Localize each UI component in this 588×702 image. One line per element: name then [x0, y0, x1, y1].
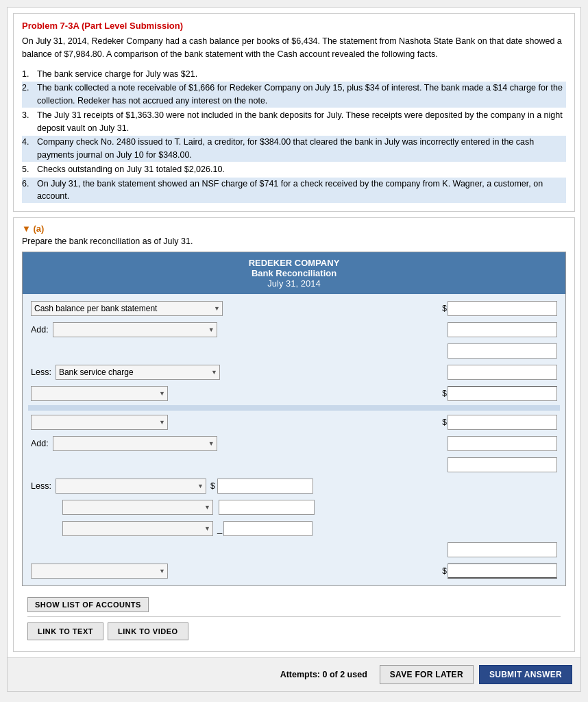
link-to-video-button[interactable]: LINK TO VIDEO	[108, 622, 188, 640]
less-dropdown-s2-3[interactable]	[62, 521, 213, 536]
link-row: LINK TO TEXT LINK TO VIDEO	[27, 616, 561, 640]
subtotal-dollar-1: $	[442, 389, 447, 398]
add-input-s2[interactable]	[448, 436, 557, 451]
section2-balance-input[interactable]	[448, 415, 557, 430]
less-dropdown-wrapper-s2-3[interactable]	[62, 521, 213, 536]
footer-bar: Attempts: 0 of 2 used SAVE FOR LATER SUB…	[8, 657, 580, 691]
fact-3: 3. The July 31 receipts of $1,363.30 wer…	[22, 109, 566, 135]
cash-balance-dropdown-wrapper[interactable]: Cash balance per bank statement	[31, 301, 223, 316]
less-dropdown-wrapper-s2-2[interactable]	[62, 500, 213, 515]
add-row-s2-2	[28, 455, 560, 474]
fact-1: 1. The bank service charge for July was …	[22, 68, 566, 81]
less-label-1: Less:	[31, 367, 51, 377]
cash-balance-input[interactable]	[448, 301, 557, 316]
subtotal-row-1: $	[28, 384, 560, 403]
final-row: $	[28, 561, 560, 581]
recon-title: Bank Reconciliation	[25, 268, 563, 278]
recon-header: REDEKER COMPANY Bank Reconciliation July…	[23, 252, 565, 294]
less-row-s2-1: Less: $	[28, 476, 560, 496]
bottom-buttons: SHOW LIST OF ACCOUNTS LINK TO TEXT LINK …	[27, 592, 561, 640]
add-input-s2-2[interactable]	[448, 457, 557, 472]
less-input-1[interactable]	[448, 365, 557, 380]
section-a-header: ▼ (a)	[22, 223, 566, 234]
section-a: ▼ (a) Prepare the bank reconciliation as…	[13, 217, 575, 652]
subtotal-dropdown-1[interactable]	[31, 386, 168, 401]
fact-4: 4. Company check No. 2480 issued to T. L…	[22, 136, 566, 162]
section2-balance-dropdown[interactable]	[31, 415, 168, 430]
reconciliation-table: REDEKER COMPANY Bank Reconciliation July…	[22, 252, 566, 586]
submit-answer-button[interactable]: SUBMIT ANSWER	[479, 665, 572, 684]
less-label-s2: Less:	[31, 481, 51, 491]
add-row-s2: Add:	[28, 434, 560, 453]
save-for-later-button[interactable]: SAVE FOR LATER	[380, 665, 474, 684]
final-dropdown-wrapper[interactable]	[31, 564, 168, 579]
fact-5: 5. Checks outstanding on July 31 totaled…	[22, 163, 566, 176]
section2-balance-dropdown-wrapper[interactable]	[31, 415, 168, 430]
recon-company: REDEKER COMPANY	[25, 258, 563, 268]
problem-description: On July 31, 2014, Redeker Company had a …	[22, 35, 566, 61]
link-to-text-button[interactable]: LINK TO TEXT	[27, 622, 103, 640]
fact-2: 2. The bank collected a note receivable …	[22, 82, 566, 108]
add-dropdown-wrapper-1[interactable]	[53, 322, 217, 337]
add-label-s2: Add:	[31, 439, 49, 448]
add-label-1: Add:	[31, 325, 49, 335]
problem-header: Problem 7-3A (Part Level Submission) On …	[13, 13, 575, 212]
subtotal-input-1[interactable]	[448, 386, 557, 401]
section2-balance-row: $	[28, 413, 560, 432]
add-dropdown-wrapper-s2[interactable]	[53, 436, 217, 451]
less-row-s2-3: _	[28, 519, 560, 538]
less-input-s2-3[interactable]	[223, 521, 313, 536]
less-row-1: Less: Bank service charge	[28, 363, 560, 382]
final-dollar: $	[442, 566, 447, 576]
add-row-1: Add:	[28, 320, 560, 339]
less-row-s2-2	[28, 498, 560, 517]
less-dollar-s2-1: $	[210, 481, 215, 491]
section-divider	[28, 405, 560, 411]
show-accounts-button[interactable]: SHOW LIST OF ACCOUNTS	[27, 597, 149, 612]
cash-balance-row: Cash balance per bank statement $	[28, 299, 560, 318]
show-accounts-wrapper: SHOW LIST OF ACCOUNTS	[27, 597, 561, 612]
recon-body: Cash balance per bank statement $ Add:	[23, 294, 565, 585]
cash-balance-dropdown[interactable]: Cash balance per bank statement	[31, 301, 223, 316]
problem-title: Problem 7-3A (Part Level Submission)	[22, 21, 566, 31]
add-row-2	[28, 341, 560, 361]
less-input-s2-1[interactable]	[217, 479, 313, 494]
less-dropdown-wrapper-1[interactable]: Bank service charge	[56, 365, 220, 380]
add-input-2[interactable]	[448, 343, 557, 359]
recon-date: July 31, 2014	[25, 278, 563, 289]
final-input[interactable]	[448, 564, 557, 579]
add-dropdown-1[interactable]	[53, 322, 217, 337]
less-dropdown-s2-1[interactable]	[56, 479, 206, 494]
less-dropdown-s2-2[interactable]	[62, 500, 213, 515]
facts-list: 1. The bank service charge for July was …	[22, 68, 566, 204]
pre-total-input[interactable]	[448, 542, 557, 557]
add-input-1[interactable]	[448, 322, 557, 337]
subtotal-dropdown-wrapper-1[interactable]	[31, 386, 168, 401]
less-dropdown-1[interactable]: Bank service charge	[56, 365, 220, 380]
section-a-description: Prepare the bank reconciliation as of Ju…	[22, 237, 566, 246]
add-dropdown-s2[interactable]	[53, 436, 217, 451]
less-dropdown-wrapper-s2-1[interactable]	[56, 479, 206, 494]
fact-6: 6. On July 31, the bank statement showed…	[22, 178, 566, 204]
final-dropdown[interactable]	[31, 564, 168, 579]
pre-total-row	[28, 540, 560, 559]
attempts-text: Attempts: 0 of 2 used	[280, 670, 367, 679]
cash-balance-dollar: $	[442, 304, 447, 313]
less-input-s2-2[interactable]	[219, 500, 315, 515]
section2-dollar: $	[442, 417, 447, 427]
